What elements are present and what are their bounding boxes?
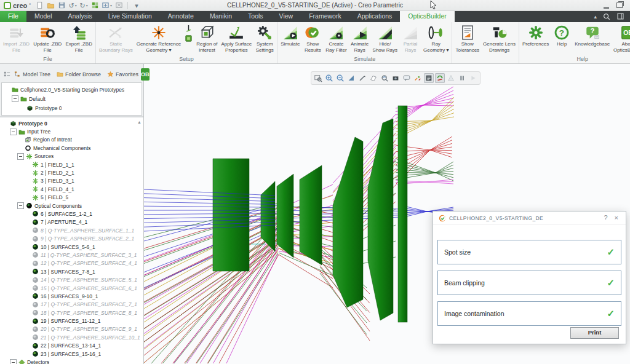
- ribbon-button-ray-geometry[interactable]: Ray Geometry ▾: [421, 23, 450, 53]
- open-file-button[interactable]: [46, 1, 55, 10]
- panel-tab-folder-browse[interactable]: Folder Browse: [55, 69, 102, 79]
- print-button[interactable]: Print: [570, 327, 619, 339]
- tree-item-13-surfaces-7-8-1[interactable]: 13 | SURFACES_7-8_1: [0, 267, 143, 275]
- tree-item-detectors[interactable]: Detectors: [0, 358, 143, 364]
- refresh-window-button[interactable]: ▾: [102, 1, 112, 10]
- regenerate-button[interactable]: [90, 1, 99, 10]
- datum-display-filters-button[interactable]: [413, 73, 423, 83]
- undo-button[interactable]: ↺▾: [68, 1, 77, 10]
- tree-item-11-q-type-asphere-surface-3-1[interactable]: 11 | Q-TYPE_ASPHERE_SURFACE_3_1: [0, 251, 143, 259]
- tree-item-1-field-1-1[interactable]: 1 | FIELD_1_1: [0, 160, 143, 168]
- customize-quick-access-button[interactable]: ▾: [132, 1, 141, 10]
- display-style-button[interactable]: [402, 73, 412, 83]
- lens-element-block[interactable]: [213, 159, 249, 271]
- tree-item-7-aperture-4-1[interactable]: 7 | APERTURE_4_1: [0, 218, 143, 226]
- tree-item-23-surfaces-15-16-1[interactable]: 23 | SURFACES_15-16_1: [0, 350, 143, 358]
- tree-item-15-q-type-asphere-surface-6-1[interactable]: 15 | Q-TYPE_ASPHERE_SURFACE_6_1: [0, 284, 143, 292]
- tab-opticsbuilder[interactable]: OpticsBuilder: [400, 10, 454, 22]
- tree-item-18-q-type-asphere-surface-8-1[interactable]: 18 | Q-TYPE_ASPHERE_SURFACE_8_1: [0, 309, 143, 317]
- tree-item-9-q-type-asphere-surface-2-1[interactable]: 9 | Q-TYPE_ASPHERE_SURFACE_2_1: [0, 234, 143, 242]
- tab-manikin[interactable]: Manikin: [202, 10, 240, 22]
- tree-item-16-surfaces-9-10-1[interactable]: 16 | SURFACES_9-10_1: [0, 292, 143, 300]
- minimize-button[interactable]: [604, 2, 609, 9]
- tab-applications[interactable]: Applications: [349, 10, 401, 22]
- ribbon-button-partial-rays[interactable]: Partial Rays: [399, 23, 421, 53]
- ribbon-button-generate-reference-geometry[interactable]: Generate Reference Geometry ▾: [135, 23, 183, 53]
- expander-icon[interactable]: [17, 153, 24, 160]
- tab-live-simulation[interactable]: Live Simulation: [100, 10, 160, 22]
- resume-button[interactable]: [468, 73, 478, 83]
- tab-file[interactable]: File: [0, 10, 26, 22]
- tree-item-cellphone2-0-v5-starting-desgin-prototypes[interactable]: Cellphone2.0_V5-Starting Desgin Prototyp…: [2, 85, 142, 94]
- tree-item-default[interactable]: Default: [2, 94, 142, 103]
- scroll-up-arrow[interactable]: ▲: [137, 120, 142, 124]
- new-file-button[interactable]: [35, 1, 44, 10]
- tree-settings-icon[interactable]: [2, 69, 12, 79]
- zoom-out-button[interactable]: [335, 73, 345, 83]
- tab-framework[interactable]: Framework: [301, 10, 349, 22]
- save-button[interactable]: [57, 1, 66, 10]
- pause-button[interactable]: [457, 73, 467, 83]
- lens-element-2[interactable]: [277, 174, 293, 258]
- dialog-help-button[interactable]: ?: [602, 215, 609, 221]
- search-icon[interactable]: [602, 12, 611, 21]
- tree-item-10-surfaces-5-6-1[interactable]: 10 | SURFACES_5-6_1: [0, 243, 143, 251]
- panel-tab-favorites[interactable]: Favorites: [106, 69, 140, 79]
- tree-item-4-field-4-1[interactable]: 4 | FIELD_4_1: [0, 185, 143, 193]
- tree-item-5-field-5[interactable]: 5 | FIELD_5: [0, 194, 143, 202]
- spin-center-button[interactable]: [435, 73, 445, 83]
- tree-item-20-q-type-asphere-surface-9-1[interactable]: 20 | Q-TYPE_ASPHERE_SURFACE_9_1: [0, 325, 143, 333]
- expander-icon[interactable]: [10, 359, 17, 364]
- ribbon-button-animate-rays[interactable]: Animate Rays: [349, 23, 371, 53]
- sketch-display-button[interactable]: [357, 73, 367, 83]
- ribbon-button-import-zbd-file[interactable]: Import .ZBD File: [1, 23, 31, 53]
- lens-element-4[interactable]: [333, 137, 363, 307]
- ribbon-mini-button-i-mini-pin[interactable]: [184, 24, 193, 33]
- refit-button[interactable]: [313, 73, 323, 83]
- tree-item-prototype-0[interactable]: Prototype 0: [2, 103, 142, 113]
- dialog-close-icon[interactable]: ×: [613, 215, 620, 221]
- tree-item-mechanical-components[interactable]: Mechanical Components: [0, 144, 143, 152]
- ribbon-button-preferences[interactable]: Preferences: [520, 23, 551, 53]
- repaint-button[interactable]: [346, 73, 356, 83]
- close-window-button[interactable]: [114, 1, 123, 10]
- panel-toggle-icon[interactable]: [616, 12, 624, 20]
- tree-item-3-field-3-1[interactable]: 3 | FIELD_3_1: [0, 177, 143, 185]
- tree-item-17-q-type-asphere-surface-7-1[interactable]: 17 | Q-TYPE_ASPHERE_SURFACE_7_1: [0, 301, 143, 309]
- tree-item-8-q-type-asphere-surface-1-1[interactable]: 8 | Q-TYPE_ASPHERE_SURFACE_1_1: [0, 226, 143, 234]
- ribbon-button-about-opticsbuilder[interactable]: About OpticsBuilder: [612, 23, 630, 53]
- ribbon-button-show-tolerances[interactable]: Show Tolerances: [453, 23, 481, 53]
- ribbon-button-export-zbd-file[interactable]: Export .ZBD File: [63, 23, 94, 53]
- tree-item-region-of-intreat[interactable]: Region of Intreat: [0, 136, 143, 144]
- tab-tools[interactable]: Tools: [240, 10, 271, 22]
- panel-tab-model-tree[interactable]: Model Tree: [13, 69, 52, 79]
- transparent-display-button[interactable]: [446, 73, 456, 83]
- ribbon-button-apply-surface-properties[interactable]: Apply Surface Properties: [219, 23, 253, 53]
- tab-view[interactable]: View: [271, 10, 301, 22]
- ribbon-button-help[interactable]: Help: [551, 23, 573, 53]
- lens-element-3[interactable]: [300, 165, 322, 265]
- restore-button[interactable]: [616, 2, 623, 8]
- expander-icon[interactable]: [17, 202, 24, 209]
- zoom-in-button[interactable]: [324, 73, 334, 83]
- ribbon-button-simulate[interactable]: Simulate: [279, 23, 301, 53]
- tree-item-19-surfaces-11-12-1[interactable]: 19 | SURFACES_11-12_1: [0, 317, 143, 325]
- screenshot-button[interactable]: [391, 73, 401, 83]
- tree-item-21-q-type-asphere-surface-10-1[interactable]: 21 | Q-TYPE_ASPHERE_SURFACE_10_1: [0, 333, 143, 341]
- tree-item-optical-components[interactable]: Optical Components: [0, 202, 143, 210]
- ribbon-button-update-zbd-file[interactable]: Update .ZBD File: [31, 23, 63, 53]
- tree-item-14-q-type-asphere-surface-5-1[interactable]: 14 | Q-TYPE_ASPHERE_SURFACE_5_1: [0, 275, 143, 283]
- collapse-ribbon-icon[interactable]: ▴: [594, 14, 597, 20]
- detector-bar[interactable]: [398, 106, 407, 322]
- tab-model[interactable]: Model: [26, 10, 60, 22]
- ribbon-button-static-boundary-rays[interactable]: Static Boundary Rays: [97, 23, 135, 53]
- tab-annotate[interactable]: Annotate: [160, 10, 202, 22]
- ribbon-button-show-results[interactable]: Show Results: [301, 23, 324, 53]
- tree-item-6-surfaces-1-2-1[interactable]: 6 | SURFACES_1-2_1: [0, 210, 143, 218]
- tree-item-2-field-2-1[interactable]: 2 | FIELD_2_1: [0, 168, 143, 176]
- ribbon-button-generate-lens-drawings[interactable]: Generate Lens Drawings: [481, 23, 517, 53]
- tab-analysis[interactable]: Analysis: [60, 10, 100, 22]
- ribbon-button-system-settings[interactable]: System Settings: [253, 23, 276, 53]
- tree-item-sources[interactable]: Sources: [0, 152, 143, 160]
- redo-button[interactable]: ↻▾: [79, 1, 88, 10]
